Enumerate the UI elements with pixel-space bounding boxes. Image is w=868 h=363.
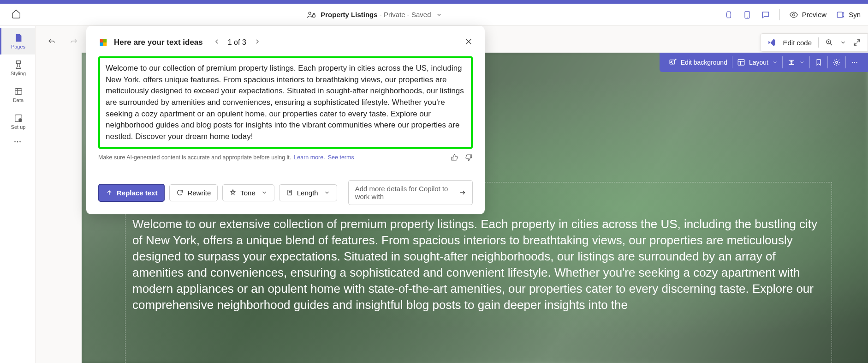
thumbs-down-icon[interactable] bbox=[464, 153, 473, 162]
tone-button[interactable]: Tone bbox=[222, 184, 274, 201]
rail-more[interactable] bbox=[12, 137, 23, 149]
undo-icon bbox=[48, 38, 56, 46]
divider bbox=[779, 9, 780, 20]
layout-icon bbox=[737, 58, 745, 67]
svg-point-12 bbox=[17, 141, 18, 143]
header-actions: Preview Syn bbox=[724, 9, 861, 20]
tablet-icon[interactable] bbox=[743, 10, 752, 19]
tone-label: Tone bbox=[240, 189, 256, 197]
settings-button[interactable] bbox=[828, 53, 845, 72]
eye-icon bbox=[789, 10, 798, 19]
next-idea-button[interactable] bbox=[252, 36, 263, 49]
rewrite-button[interactable]: Rewrite bbox=[169, 184, 218, 201]
vscode-icon bbox=[767, 38, 776, 47]
chevron-down-icon bbox=[261, 189, 268, 196]
generated-text[interactable]: Welcome to our collection of premium pro… bbox=[106, 63, 465, 142]
prev-idea-button[interactable] bbox=[211, 36, 222, 49]
svg-rect-23 bbox=[738, 60, 744, 65]
svg-rect-1 bbox=[313, 15, 315, 17]
svg-rect-5 bbox=[837, 12, 843, 18]
table-icon bbox=[13, 86, 24, 97]
close-popup-button[interactable] bbox=[464, 37, 473, 48]
sync-button[interactable]: Syn bbox=[836, 10, 861, 19]
feedback-thumbs bbox=[451, 153, 473, 162]
preview-button[interactable]: Preview bbox=[789, 10, 826, 19]
layout-label: Layout bbox=[749, 59, 768, 66]
chevron-down-icon bbox=[799, 60, 805, 65]
length-button[interactable]: Length bbox=[279, 184, 337, 201]
replace-text-button[interactable]: Replace text bbox=[98, 184, 165, 202]
app-header: Property Listings - Private - Saved Prev… bbox=[0, 4, 868, 26]
layout-button[interactable]: Layout bbox=[732, 53, 782, 72]
svg-point-31 bbox=[856, 62, 857, 63]
rail-setup-label: Set up bbox=[11, 124, 26, 130]
popup-header: Here are your text ideas 1 of 3 bbox=[98, 36, 473, 49]
insert-up-icon bbox=[106, 189, 113, 196]
undo-button[interactable] bbox=[45, 35, 59, 51]
section-context-toolbar: Edit background Layout bbox=[660, 53, 868, 72]
gear-icon bbox=[832, 58, 841, 67]
pages-icon bbox=[13, 33, 24, 43]
idea-pager: 1 of 3 bbox=[211, 36, 263, 49]
rail-pages[interactable]: Pages bbox=[0, 28, 35, 54]
details-placeholder: Add more details for Copilot to work wit… bbox=[355, 185, 459, 200]
generated-text-highlight: Welcome to our collection of premium pro… bbox=[98, 56, 473, 149]
pager-count: 1 of 3 bbox=[228, 38, 246, 47]
edit-background-button[interactable]: Edit background bbox=[664, 53, 732, 72]
see-terms-link[interactable]: See terms bbox=[328, 154, 354, 161]
setup-icon bbox=[13, 113, 24, 123]
doc-status: - Private - Saved bbox=[378, 11, 431, 18]
svg-point-4 bbox=[792, 13, 795, 16]
chevron-right-icon bbox=[254, 38, 261, 45]
hero-body-text: Welcome to our extensive collection of p… bbox=[132, 216, 826, 314]
spacing-button[interactable] bbox=[783, 53, 809, 72]
close-icon bbox=[464, 37, 473, 46]
zoom-icon[interactable] bbox=[825, 38, 833, 47]
disclaimer-row: Make sure AI-generated content is accura… bbox=[98, 153, 473, 162]
disclaimer-text: Make sure AI-generated content is accura… bbox=[98, 154, 291, 161]
svg-line-18 bbox=[830, 43, 832, 45]
sync-label: Syn bbox=[849, 11, 861, 18]
edit-code-label[interactable]: Edit code bbox=[783, 39, 812, 47]
svg-point-29 bbox=[852, 62, 853, 63]
spacing-icon bbox=[787, 58, 796, 67]
document-title-area[interactable]: Property Listings - Private - Saved bbox=[25, 10, 724, 19]
chevron-down-icon[interactable] bbox=[436, 12, 442, 18]
rail-data-label: Data bbox=[13, 97, 24, 103]
left-navigation-rail: Pages Styling Data Set up bbox=[0, 26, 36, 363]
edit-code-bar: Edit code bbox=[760, 33, 868, 52]
collapse-icon[interactable] bbox=[853, 38, 861, 47]
more-icon bbox=[12, 137, 23, 147]
svg-rect-6 bbox=[15, 89, 22, 95]
rail-data[interactable]: Data bbox=[0, 81, 35, 108]
redo-button[interactable] bbox=[67, 35, 81, 51]
svg-point-11 bbox=[14, 141, 16, 143]
svg-point-0 bbox=[309, 12, 311, 14]
more-button[interactable] bbox=[846, 53, 863, 72]
svg-point-30 bbox=[854, 62, 855, 63]
bookmark-button[interactable] bbox=[810, 53, 827, 72]
chevron-down-icon bbox=[324, 189, 330, 196]
rail-styling[interactable]: Styling bbox=[0, 54, 35, 81]
brush-icon bbox=[13, 60, 24, 70]
divider bbox=[818, 37, 819, 48]
copilot-details-input[interactable]: Add more details for Copilot to work wit… bbox=[348, 180, 473, 205]
svg-point-10 bbox=[18, 119, 21, 121]
copilot-header-icon[interactable] bbox=[724, 10, 733, 19]
rail-styling-label: Styling bbox=[11, 71, 26, 76]
more-icon bbox=[850, 58, 859, 67]
learn-more-link[interactable]: Learn more. bbox=[294, 154, 325, 161]
home-button[interactable] bbox=[7, 5, 25, 24]
length-label: Length bbox=[297, 189, 318, 197]
redo-icon bbox=[70, 38, 78, 46]
thumbs-up-icon[interactable] bbox=[451, 153, 459, 162]
chevron-down-icon bbox=[772, 60, 778, 65]
rail-setup[interactable]: Set up bbox=[0, 108, 35, 135]
chevron-down-icon[interactable] bbox=[840, 39, 846, 46]
home-icon bbox=[11, 9, 21, 19]
length-icon bbox=[286, 189, 293, 196]
copilot-logo-icon bbox=[98, 37, 108, 48]
tone-icon bbox=[229, 189, 237, 196]
people-lock-icon bbox=[307, 10, 316, 19]
comment-icon[interactable] bbox=[761, 10, 770, 19]
